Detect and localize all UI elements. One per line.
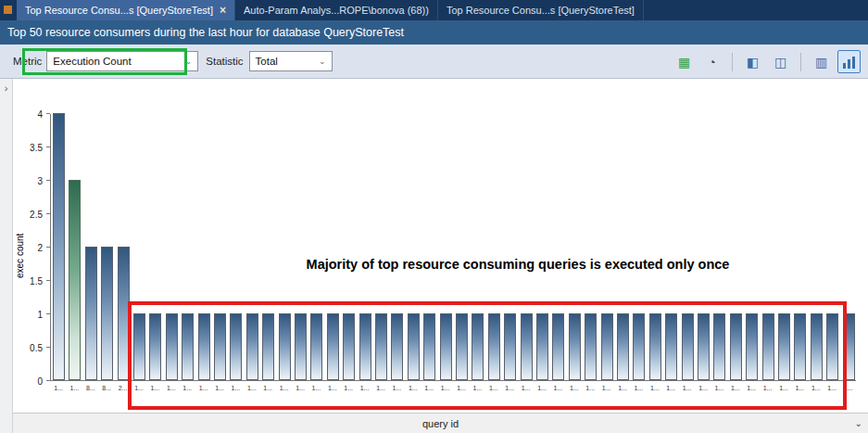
x-tick-label: 1... [340, 385, 357, 391]
bar-query-42[interactable] [730, 313, 742, 380]
y-axis-ticks: 00.511.522.533.54 [13, 114, 50, 381]
x-tick-label: 1... [679, 385, 696, 391]
bar-query-5[interactable] [133, 313, 145, 380]
x-tick-label: 1... [630, 385, 647, 391]
bar-query-40[interactable] [698, 313, 710, 380]
bar-query-9[interactable] [198, 313, 210, 380]
bar-query-23[interactable] [423, 313, 435, 380]
bar-query-21[interactable] [391, 313, 403, 380]
bar-query-8[interactable] [182, 313, 194, 380]
bar-query-10[interactable] [214, 313, 226, 380]
bar-query-43[interactable] [746, 313, 758, 380]
chart-pivot-button[interactable]: ◧ [741, 50, 764, 73]
bar-query-18[interactable] [343, 313, 355, 380]
bar-query-47[interactable] [811, 313, 823, 380]
bar-query-15[interactable] [295, 313, 307, 380]
bar-query-17[interactable] [327, 313, 339, 380]
x-tick-labels: 1...1...8...8...2...1...1...1...1...1...… [50, 385, 856, 398]
bar-query-7[interactable] [166, 313, 178, 380]
bar-query-20[interactable] [375, 313, 387, 380]
tab-label: Top Resource Consu...s [QueryStoreTest] [447, 5, 635, 16]
bar-query-2[interactable] [85, 247, 97, 380]
x-tick-label: 8... [82, 385, 99, 391]
toolbar-separator [732, 53, 733, 71]
tab-top-resource-consumers-2[interactable]: Top Resource Consu...s [QueryStoreTest] [438, 0, 644, 20]
x-axis-bar: query id ⌄ [13, 413, 868, 433]
window-split-button[interactable]: ◫ [769, 50, 792, 73]
bar-query-14[interactable] [279, 313, 291, 380]
x-tick-label: 1... [824, 385, 840, 391]
bar-query-4[interactable] [118, 247, 130, 380]
bar-query-49[interactable] [843, 313, 855, 380]
x-tick-label: 1... [421, 385, 437, 391]
bar-query-36[interactable] [633, 313, 645, 380]
x-tick-label: 1... [791, 385, 808, 391]
bar-query-39[interactable] [682, 313, 694, 380]
bar-query-41[interactable] [713, 313, 725, 380]
bar-query-26[interactable] [472, 313, 484, 380]
chart-view-button[interactable] [837, 50, 861, 73]
grid-view-button[interactable]: ▥ [810, 50, 833, 73]
tab-auto-param-analysis[interactable]: Auto-Param Analys...ROPE\bonova (68)) [235, 0, 438, 20]
y-tick-label: 3.5 [30, 143, 43, 153]
bar-query-27[interactable] [488, 313, 500, 380]
bar-query-30[interactable] [536, 313, 548, 380]
y-tick-label: 2.5 [30, 210, 43, 220]
bar-query-38[interactable] [665, 313, 677, 380]
x-axis-dropdown-chevron-icon[interactable]: ⌄ [855, 418, 862, 428]
bar-query-3[interactable] [101, 247, 113, 380]
bar-query-44[interactable] [762, 313, 774, 380]
bar-query-37[interactable] [649, 313, 661, 380]
statistic-dropdown[interactable]: Total ⌄ [249, 51, 333, 71]
x-tick-label: 1... [146, 385, 163, 391]
x-tick-label: 1... [227, 385, 244, 391]
bar-query-48[interactable] [826, 313, 838, 380]
bar-query-1[interactable] [69, 180, 81, 380]
y-tick-label: 0 [37, 376, 43, 387]
y-tick-label: 1 [37, 310, 43, 320]
x-tick-label: 1... [582, 385, 598, 391]
x-tick-label: 1... [469, 385, 485, 391]
bar-query-22[interactable] [408, 313, 420, 380]
bar-query-16[interactable] [310, 313, 322, 380]
bar-query-35[interactable] [617, 313, 629, 380]
bar-chart-icon [842, 55, 857, 70]
bar-query-11[interactable] [230, 313, 242, 380]
x-tick-label: 1... [179, 385, 195, 391]
bar-query-31[interactable] [552, 313, 564, 380]
collapse-pane-handle[interactable]: › [0, 79, 13, 433]
refresh-grid-button[interactable]: ▦ [673, 50, 696, 73]
bar-query-25[interactable] [456, 313, 468, 380]
x-tick-label: 1... [695, 385, 711, 391]
close-icon[interactable]: × [220, 5, 226, 16]
bar-query-6[interactable] [149, 313, 161, 380]
bar-query-13[interactable] [262, 313, 274, 380]
x-tick-label: 1... [647, 385, 663, 391]
bar-query-24[interactable] [440, 313, 452, 380]
bar-query-28[interactable] [504, 313, 516, 380]
bar-query-32[interactable] [569, 313, 581, 380]
metric-dropdown[interactable]: Execution Count ⌄ [46, 51, 198, 71]
bar-query-34[interactable] [601, 313, 613, 380]
bar-query-46[interactable] [794, 313, 806, 380]
bar-query-12[interactable] [246, 313, 258, 380]
bar-query-0[interactable] [53, 113, 65, 380]
tab-top-resource-consumers-1[interactable]: Top Resource Consu...s [QueryStoreTest] … [17, 0, 235, 20]
x-tick-label: 2... [115, 385, 132, 391]
bar-query-19[interactable] [359, 313, 371, 380]
x-tick-label: 1... [66, 385, 82, 391]
bar-query-29[interactable] [521, 313, 533, 380]
x-tick-label: 1... [50, 385, 67, 391]
app-icon [4, 6, 12, 14]
bar-query-45[interactable] [778, 313, 790, 380]
grid-view-icon: ▥ [815, 55, 827, 70]
main-region: › exec count 00.511.522.533.54 1...1...8… [0, 79, 868, 433]
x-tick-label: 1... [549, 385, 566, 391]
auto-refresh-button[interactable]: ◔ [700, 50, 723, 73]
toolbar: Metric Execution Count ⌄ Statistic Total… [0, 45, 868, 79]
bar-query-33[interactable] [585, 313, 597, 380]
x-tick-label: 1... [534, 385, 550, 391]
plot-area [50, 114, 856, 381]
y-tick-label: 3 [37, 176, 43, 186]
y-tick-label: 0.5 [30, 343, 43, 353]
